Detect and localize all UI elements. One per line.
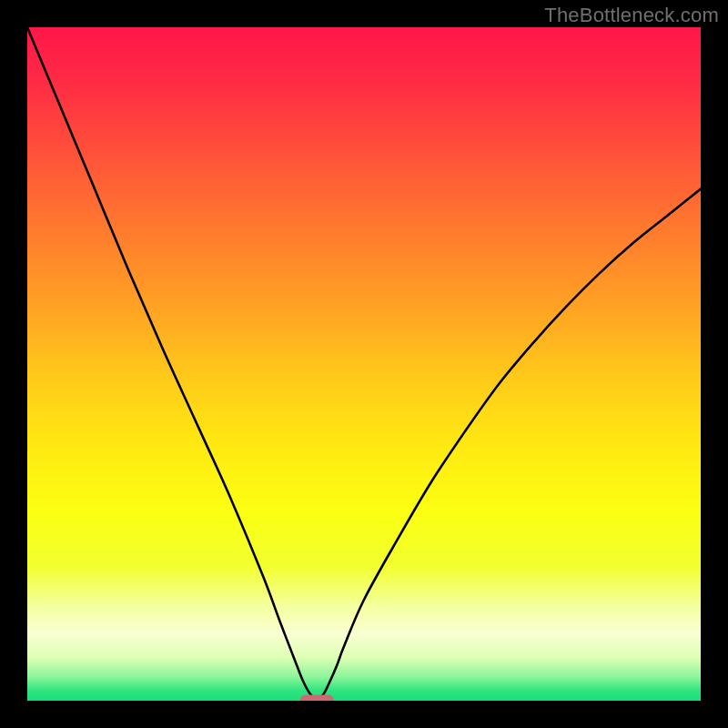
plot-area — [27, 27, 701, 701]
vertex-marker — [300, 695, 334, 702]
watermark-text: TheBottleneck.com — [544, 4, 719, 27]
plot-svg — [27, 27, 701, 701]
chart-frame: TheBottleneck.com — [0, 0, 728, 728]
